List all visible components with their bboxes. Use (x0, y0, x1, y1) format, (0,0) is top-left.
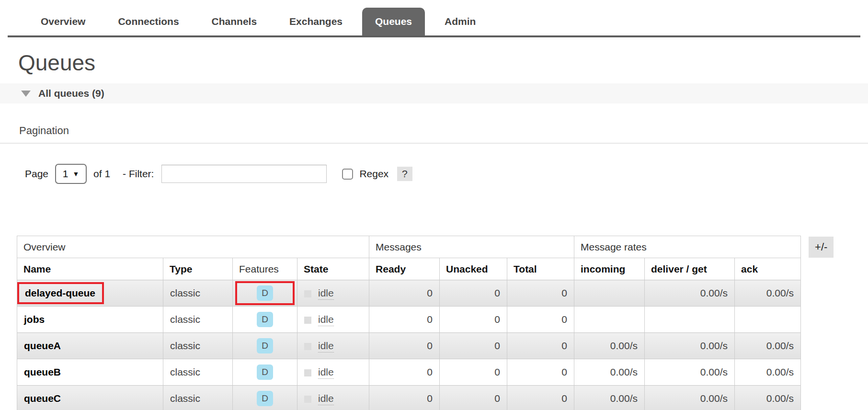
group-header-row: OverviewMessagesMessage rates (17, 236, 801, 258)
cell-total: 0 (507, 280, 574, 307)
cell-state: idle (297, 333, 369, 359)
cell-features: D (233, 386, 297, 410)
column-header-total[interactable]: Total (507, 258, 574, 280)
state-text: idle (318, 314, 334, 326)
cell-ready: 0 (369, 307, 440, 333)
tab-overview[interactable]: Overview (28, 8, 98, 35)
state-text: idle (318, 340, 334, 353)
highlight-box-name: delayed-queue (17, 282, 104, 304)
column-header-ack[interactable]: ack (735, 258, 801, 280)
column-header-name[interactable]: Name (17, 258, 163, 280)
state-text: idle (318, 366, 334, 379)
feature-badge-d: D (257, 338, 273, 353)
all-queues-section-toggle[interactable]: All queues (9) (0, 83, 868, 103)
cell-ready: 0 (369, 386, 440, 410)
cell-state: idle (297, 280, 369, 307)
cell-features: D (233, 307, 297, 333)
cell-unacked: 0 (440, 307, 507, 333)
state-indicator-icon (304, 343, 311, 350)
state-indicator-icon (304, 290, 311, 297)
tab-queues[interactable]: Queues (362, 8, 425, 35)
collapse-triangle-icon (21, 91, 31, 97)
tab-admin[interactable]: Admin (432, 8, 489, 35)
cell-incoming: 0.00/s (574, 333, 645, 359)
feature-badge-d: D (257, 285, 273, 301)
cell-name: queueC (17, 386, 163, 410)
state-indicator-icon (304, 369, 311, 376)
tab-connections[interactable]: Connections (105, 8, 192, 35)
queue-name-link[interactable]: jobs (24, 314, 45, 325)
page-label: Page (25, 168, 48, 180)
cell-ready: 0 (369, 280, 440, 307)
filter-label: - Filter: (123, 168, 154, 180)
cell-features: D (233, 333, 297, 359)
column-header-row: NameTypeFeaturesStateReadyUnackedTotalin… (17, 258, 801, 280)
cell-state: idle (297, 359, 369, 386)
cell-type: classic (163, 333, 233, 359)
state-indicator-icon (304, 396, 311, 403)
cell-total: 0 (507, 333, 574, 359)
cell-name: jobs (17, 307, 163, 333)
tab-exchanges[interactable]: Exchanges (276, 8, 355, 35)
page-title: Queues (18, 50, 868, 76)
cell-incoming (574, 307, 645, 333)
page-select-value: 1 (63, 168, 69, 180)
group-header-message-rates: Message rates (574, 236, 801, 258)
cell-ack: 0.00/s (735, 359, 801, 386)
column-header-unacked[interactable]: Unacked (440, 258, 507, 280)
column-header-state[interactable]: State (297, 258, 369, 280)
state-text: idle (318, 287, 334, 300)
cell-deliver-get: 0.00/s (645, 359, 735, 386)
cell-ack: 0.00/s (735, 280, 801, 307)
help-button[interactable]: ? (397, 167, 412, 181)
column-header-incoming[interactable]: incoming (574, 258, 645, 280)
queues-table-area: OverviewMessagesMessage rates NameTypeFe… (17, 236, 859, 410)
column-header-type[interactable]: Type (163, 258, 233, 280)
page-select[interactable]: 1 ▼ (55, 164, 87, 184)
queue-row-queuea: queueAclassicDidle0000.00/s0.00/s0.00/s (17, 333, 801, 359)
cell-ack (735, 307, 801, 333)
column-header-ready[interactable]: Ready (369, 258, 440, 280)
queue-name-link[interactable]: queueC (24, 393, 61, 404)
cell-state: idle (297, 307, 369, 333)
column-header-features: Features (233, 258, 297, 280)
pagination-controls: Page 1 ▼ of 1 - Filter: Regex ? (25, 164, 868, 184)
cell-incoming (574, 280, 645, 307)
cell-total: 0 (507, 386, 574, 410)
cell-ready: 0 (369, 359, 440, 386)
cell-ready: 0 (369, 333, 440, 359)
cell-ack: 0.00/s (735, 333, 801, 359)
regex-checkbox[interactable] (342, 169, 353, 180)
cell-features: D (233, 359, 297, 386)
feature-badge-d: D (257, 391, 273, 406)
state-text: idle (318, 393, 334, 405)
group-header-overview: Overview (17, 236, 369, 258)
cell-deliver-get: 0.00/s (645, 280, 735, 307)
cell-name: queueB (17, 359, 163, 386)
pagination-heading: Pagination (19, 125, 868, 137)
state-indicator-icon (304, 317, 311, 324)
cell-unacked: 0 (440, 386, 507, 410)
queue-row-queueb: queueBclassicDidle0000.00/s0.00/s0.00/s (17, 359, 801, 386)
cell-features: D (233, 280, 297, 307)
cell-deliver-get: 0.00/s (645, 333, 735, 359)
filter-input[interactable] (161, 165, 327, 183)
queue-name-link[interactable]: queueA (24, 340, 61, 351)
column-toggle-button[interactable]: +/- (809, 237, 834, 258)
queue-row-delayed-queue: delayed-queueclassicDidle0000.00/s0.00/s (17, 280, 801, 307)
tab-bar: OverviewConnectionsChannelsExchangesQueu… (8, 8, 860, 37)
column-header-deliver-get[interactable]: deliver / get (645, 258, 735, 280)
tab-channels[interactable]: Channels (199, 8, 270, 35)
queue-name-link[interactable]: delayed-queue (25, 287, 95, 298)
cell-ack: 0.00/s (735, 386, 801, 410)
feature-badge-d: D (257, 312, 273, 327)
divider (0, 143, 868, 144)
cell-name: queueA (17, 333, 163, 359)
cell-type: classic (163, 307, 233, 333)
tab-list: OverviewConnectionsChannelsExchangesQueu… (8, 8, 860, 35)
cell-unacked: 0 (440, 280, 507, 307)
cell-type: classic (163, 386, 233, 410)
cell-incoming: 0.00/s (574, 386, 645, 410)
queues-table: OverviewMessagesMessage rates NameTypeFe… (17, 236, 801, 410)
queue-name-link[interactable]: queueB (24, 366, 61, 377)
